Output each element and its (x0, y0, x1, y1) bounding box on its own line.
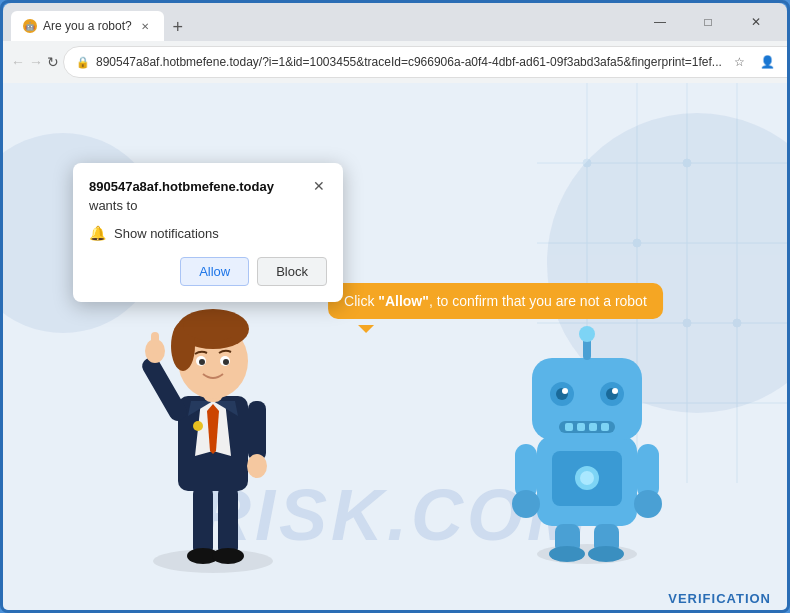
notification-header: 890547a8af.hotbmefene.today ✕ (89, 179, 327, 194)
allow-button[interactable]: Allow (180, 257, 249, 286)
character-man (123, 256, 303, 576)
svg-rect-65 (577, 423, 585, 431)
svg-point-32 (199, 359, 205, 365)
maximize-button[interactable]: □ (685, 6, 731, 38)
new-tab-button[interactable]: + (164, 13, 192, 41)
navigation-bar: ← → ↻ 🔒 890547a8af.hotbmefene.today/?i=1… (3, 41, 787, 83)
notification-permission-row: 🔔 Show notifications (89, 225, 327, 241)
svg-rect-15 (193, 486, 213, 556)
menu-button[interactable]: ⋮ (784, 50, 790, 74)
svg-point-29 (183, 311, 243, 341)
svg-point-62 (579, 326, 595, 342)
tab-title: Are you a robot? (43, 19, 132, 33)
bell-icon: 🔔 (89, 225, 106, 241)
active-tab[interactable]: 🤖 Are you a robot? ✕ (11, 11, 164, 41)
minimize-button[interactable]: — (637, 6, 683, 38)
tab-favicon: 🤖 (23, 19, 37, 33)
svg-rect-37 (248, 401, 266, 461)
svg-rect-36 (151, 332, 159, 354)
address-bar[interactable]: 🔒 890547a8af.hotbmefene.today/?i=1&id=10… (63, 46, 790, 78)
forward-button[interactable]: → (29, 46, 43, 78)
svg-point-33 (223, 359, 229, 365)
profile-button[interactable]: 👤 (756, 50, 780, 74)
speech-bubble: Click "Allow", to confirm that you are n… (328, 283, 663, 319)
notification-buttons: Allow Block (89, 257, 327, 286)
back-button[interactable]: ← (11, 46, 25, 78)
svg-point-51 (588, 546, 624, 562)
window-controls: — □ ✕ (637, 6, 779, 38)
character-robot (507, 326, 667, 566)
address-text: 890547a8af.hotbmefene.today/?i=1&id=1003… (96, 55, 722, 69)
svg-point-24 (193, 421, 203, 431)
svg-point-59 (562, 388, 568, 394)
page-content: RISK.COM (3, 83, 787, 613)
refresh-button[interactable]: ↻ (47, 46, 59, 78)
speech-prefix: Click (344, 293, 378, 309)
address-icons: ☆ 👤 ⋮ (728, 50, 790, 74)
svg-point-8 (583, 159, 591, 167)
svg-point-50 (549, 546, 585, 562)
svg-point-11 (733, 319, 741, 327)
svg-point-60 (612, 388, 618, 394)
lock-icon: 🔒 (76, 56, 90, 69)
svg-rect-16 (218, 486, 238, 556)
svg-point-38 (247, 454, 267, 478)
svg-rect-66 (589, 423, 597, 431)
notification-permission-text: Show notifications (114, 226, 219, 241)
notification-close-button[interactable]: ✕ (311, 179, 327, 193)
svg-point-47 (634, 490, 662, 518)
svg-point-43 (580, 471, 594, 485)
notification-wants: wants to (89, 198, 327, 213)
close-button[interactable]: ✕ (733, 6, 779, 38)
notification-domain: 890547a8af.hotbmefene.today (89, 179, 274, 194)
tab-close-button[interactable]: ✕ (138, 19, 152, 33)
svg-point-10 (683, 159, 691, 167)
title-bar: 🤖 Are you a robot? ✕ + — □ ✕ (3, 3, 787, 41)
speech-bold: "Allow" (378, 293, 429, 309)
svg-point-45 (512, 490, 540, 518)
svg-rect-64 (565, 423, 573, 431)
verification-label: VERIFICATION (668, 591, 771, 606)
tab-area: 🤖 Are you a robot? ✕ + (11, 3, 637, 41)
notification-popup: 890547a8af.hotbmefene.today ✕ wants to 🔔… (73, 163, 343, 302)
svg-rect-67 (601, 423, 609, 431)
bookmark-button[interactable]: ☆ (728, 50, 752, 74)
speech-suffix: , to confirm that you are not a robot (429, 293, 647, 309)
block-button[interactable]: Block (257, 257, 327, 286)
svg-point-18 (212, 548, 244, 564)
svg-point-13 (683, 319, 691, 327)
svg-point-9 (633, 239, 641, 247)
